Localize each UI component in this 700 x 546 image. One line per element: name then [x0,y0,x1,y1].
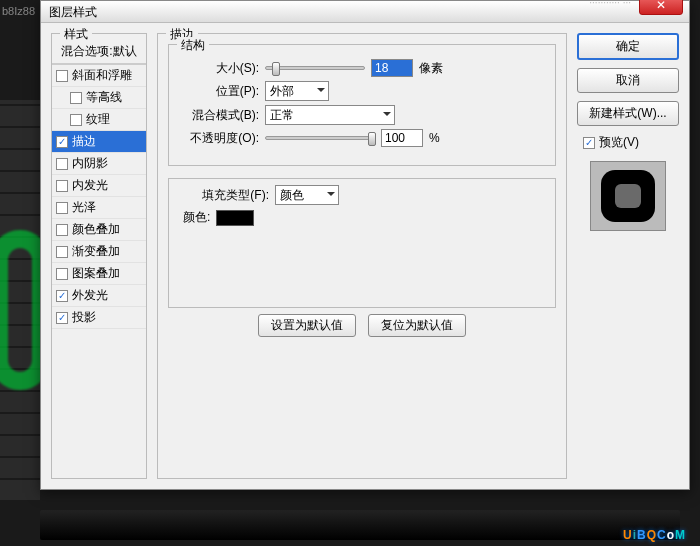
opacity-unit: % [429,131,440,145]
new-style-button[interactable]: 新建样式(W)... [577,101,679,126]
layer-style-dialog: 图层样式 ··········· ··· ✕ 样式 混合选项:默认 斜面和浮雕等… [40,0,690,490]
style-item-label: 光泽 [72,199,96,216]
ok-button[interactable]: 确定 [577,33,679,60]
header-faded-text: ··········· ··· [589,0,631,8]
position-select[interactable]: 外部 [265,81,329,101]
style-item-label: 外发光 [72,287,108,304]
styles-legend: 样式 [60,26,92,43]
style-item-4[interactable]: 内阴影 [52,153,146,175]
style-item-label: 图案叠加 [72,265,120,282]
dialog-title: 图层样式 [49,5,97,19]
style-checkbox[interactable] [70,114,82,126]
opacity-input[interactable]: 100 [381,129,423,147]
size-unit: 像素 [419,60,443,77]
chevron-down-icon [383,112,391,120]
style-item-8[interactable]: 渐变叠加 [52,241,146,263]
style-item-label: 等高线 [86,89,122,106]
style-item-7[interactable]: 颜色叠加 [52,219,146,241]
style-checkbox[interactable]: ✓ [56,290,68,302]
style-checkbox[interactable] [56,246,68,258]
style-item-0[interactable]: 斜面和浮雕 [52,65,146,87]
style-item-label: 投影 [72,309,96,326]
style-item-11[interactable]: ✓投影 [52,307,146,329]
fill-type-label: 填充类型(F): [183,187,269,204]
chevron-down-icon [327,192,335,200]
style-item-label: 描边 [72,133,96,150]
preview-thumbnail [590,161,666,231]
opacity-slider[interactable] [265,136,375,140]
make-default-button[interactable]: 设置为默认值 [258,314,356,337]
style-item-label: 渐变叠加 [72,243,120,260]
style-checkbox[interactable] [56,202,68,214]
preview-checkbox[interactable]: ✓ [583,137,595,149]
size-input[interactable]: 18 [371,59,413,77]
style-item-label: 斜面和浮雕 [72,67,132,84]
close-icon: ✕ [656,0,666,12]
titlebar[interactable]: 图层样式 ··········· ··· ✕ [41,1,689,23]
style-checkbox[interactable] [70,92,82,104]
style-item-9[interactable]: 图案叠加 [52,263,146,285]
blend-options-header[interactable]: 混合选项:默认 [52,40,146,64]
chevron-down-icon [317,88,325,96]
style-item-10[interactable]: ✓外发光 [52,285,146,307]
bg-label: b8Iz88 [2,5,35,17]
footer-bar [40,510,680,540]
blend-mode-select[interactable]: 正常 [265,105,395,125]
watermark: UiBQCoM [623,521,686,544]
style-item-label: 内阴影 [72,155,108,172]
size-slider[interactable] [265,66,365,70]
style-item-3[interactable]: ✓描边 [52,131,146,153]
size-label: 大小(S): [183,60,259,77]
fill-group: 填充类型(F): 颜色 颜色: [168,178,556,308]
structure-legend: 结构 [177,37,209,54]
style-checkbox[interactable] [56,180,68,192]
preview-label: 预览(V) [599,134,639,151]
color-swatch[interactable] [216,210,254,226]
style-checkbox[interactable] [56,224,68,236]
style-checkbox[interactable] [56,70,68,82]
blend-mode-label: 混合模式(B): [183,107,259,124]
style-item-2[interactable]: 纹理 [52,109,146,131]
color-label: 颜色: [183,209,210,226]
opacity-label: 不透明度(O): [183,130,259,147]
style-item-6[interactable]: 光泽 [52,197,146,219]
style-item-label: 纹理 [86,111,110,128]
style-checkbox[interactable] [56,268,68,280]
close-button[interactable]: ✕ [639,0,683,15]
position-label: 位置(P): [183,83,259,100]
style-checkbox[interactable]: ✓ [56,136,68,148]
style-checkbox[interactable]: ✓ [56,312,68,324]
style-checkbox[interactable] [56,158,68,170]
style-item-label: 内发光 [72,177,108,194]
reset-default-button[interactable]: 复位为默认值 [368,314,466,337]
style-item-label: 颜色叠加 [72,221,120,238]
style-item-5[interactable]: 内发光 [52,175,146,197]
style-item-1[interactable]: 等高线 [52,87,146,109]
cancel-button[interactable]: 取消 [577,68,679,93]
structure-group: 结构 大小(S): 18 像素 位置(P): 外部 混合模式(B): 正常 [168,44,556,166]
fill-type-select[interactable]: 颜色 [275,185,339,205]
